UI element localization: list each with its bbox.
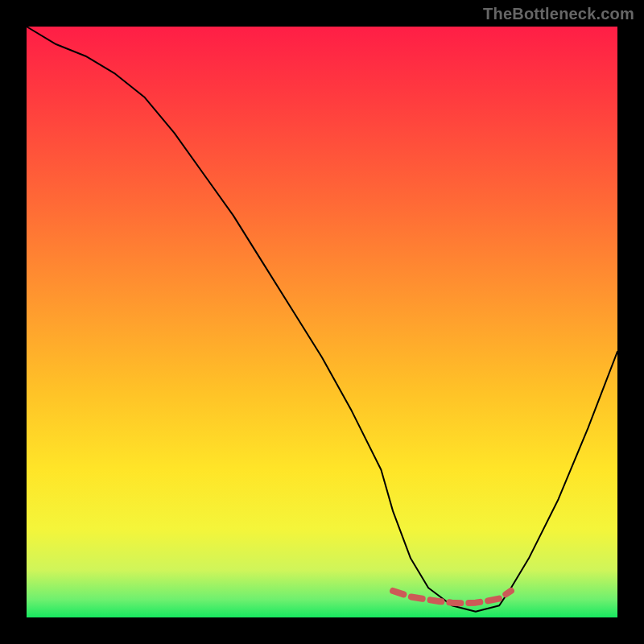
plot-area (27, 27, 617, 617)
optimal-range-highlight (393, 591, 511, 603)
watermark-text: TheBottleneck.com (483, 5, 634, 23)
bottleneck-curve (27, 27, 617, 612)
curve-layer (27, 27, 617, 617)
chart-frame: TheBottleneck.com (0, 0, 644, 644)
